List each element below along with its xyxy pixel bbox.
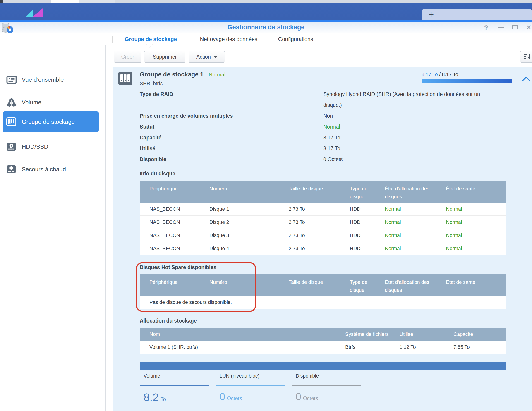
stat-number: 8.2 <box>143 391 159 403</box>
sidebar-item-volume[interactable]: Volume <box>0 96 105 109</box>
maximize-icon <box>512 25 518 29</box>
sidebar-item-secours-a-chaud[interactable]: Secours à chaud <box>0 163 105 176</box>
column-header: Périphérique <box>149 181 178 193</box>
cell-health-status: Normal <box>446 216 462 229</box>
cell-capacity: 7.85 To <box>454 341 470 354</box>
stat-value: 0Octets <box>293 391 361 402</box>
detail-value: 8.17 To <box>323 143 493 154</box>
tab-separator <box>188 36 188 43</box>
stat-underline <box>140 385 209 386</box>
sort-button[interactable] <box>520 51 532 63</box>
pool-title: Groupe de stockage 1 <box>140 71 203 78</box>
column-header: Numéro <box>209 274 227 286</box>
window-top-accent <box>0 20 532 22</box>
table-row: NAS_BECON Disque 1 2.73 To HDD Normal No… <box>140 203 506 215</box>
column-header: État d'allocation des disques <box>385 181 437 201</box>
capacity-separator: / <box>438 72 442 77</box>
cell-type: HDD <box>350 242 378 255</box>
tab-configurations[interactable]: Configurations <box>269 34 322 45</box>
sidebar-item-label: Groupe de stockage <box>22 118 75 125</box>
help-button[interactable]: ? <box>481 23 491 33</box>
window-title: Gestionnaire de stockage <box>0 24 532 31</box>
disk-info-table: Périphérique Numéro Taille de disque Typ… <box>140 181 506 255</box>
table-header: Nom Système de fichiers Utilisé Capacité <box>140 328 506 341</box>
stat-label: Volume <box>140 373 209 379</box>
column-header: Numéro <box>209 181 227 193</box>
cell-size: 2.73 To <box>289 203 305 215</box>
overview-icon <box>6 75 17 84</box>
collapse-chevron-icon[interactable] <box>522 76 530 82</box>
sidebar: Vue d’ensemble Volume Groupe de stockage… <box>0 34 106 411</box>
cell-number: Disque 1 <box>209 203 229 215</box>
hot-spare-table: Périphérique Numéro Taille de disque Typ… <box>140 274 506 309</box>
detail-value: Synology Hybrid RAID (SHR) (Avec la prot… <box>323 89 493 111</box>
column-header: État d'allocation des disques <box>385 274 437 294</box>
stat-lun: LUN (niveau bloc) 0Octets <box>216 373 285 402</box>
stat-volume: Volume 8.2To <box>140 373 209 403</box>
column-header: Capacité <box>454 328 473 341</box>
plus-icon: + <box>428 9 434 20</box>
cell-device: NAS_BECON <box>149 216 180 229</box>
minimize-button[interactable] <box>496 23 506 33</box>
stat-unit: To <box>161 396 166 402</box>
cell-filesystem: Btrfs <box>345 341 355 354</box>
minimize-icon <box>498 27 504 28</box>
cell-health-status: Normal <box>446 242 462 255</box>
delete-button[interactable]: Supprimer <box>144 51 185 63</box>
detail-row: Utilisé 8.17 To <box>140 143 493 154</box>
cell-allocation-status: Normal <box>385 229 437 242</box>
detail-label: Capacité <box>140 132 323 143</box>
cell-device: NAS_BECON <box>149 229 180 242</box>
pool-details: Type de RAID Synology Hybrid RAID (SHR) … <box>140 89 493 165</box>
column-header: État de santé <box>446 181 475 193</box>
column-header: État de santé <box>446 274 475 286</box>
cell-allocation-status: Normal <box>385 242 437 255</box>
detail-row: Type de RAID Synology Hybrid RAID (SHR) … <box>140 89 493 111</box>
hdd-icon <box>6 142 17 151</box>
action-button[interactable]: Action <box>189 51 225 63</box>
sidebar-item-hdd-ssd[interactable]: HDD/SSD <box>0 140 105 153</box>
cell-device: NAS_BECON <box>149 203 180 215</box>
cell-size: 2.73 To <box>289 216 305 229</box>
tab-bar: Groupe de stockage Nettoyage des données… <box>105 34 532 46</box>
cell-type: HDD <box>350 229 378 242</box>
pool-title-row: Groupe de stockage 1 - Normal <box>140 71 226 78</box>
table-row: NAS_BECON Disque 3 2.73 To HDD Normal No… <box>140 229 506 242</box>
cell-used: 1.12 To <box>399 341 416 354</box>
stat-number: 0 <box>296 391 301 402</box>
desktop-logo-icon <box>23 7 57 18</box>
storage-pool-icon <box>6 117 17 126</box>
new-tab-button[interactable]: + <box>421 9 532 20</box>
detail-value: 8.17 To <box>323 132 493 143</box>
table-row: NAS_BECON Disque 4 2.73 To HDD Normal No… <box>140 242 506 255</box>
column-header: Type de disque <box>350 274 378 294</box>
sidebar-item-label: Secours à chaud <box>22 166 66 173</box>
tab-nettoyage-des-donnees[interactable]: Nettoyage des données <box>190 34 267 45</box>
stat-label: LUN (niveau bloc) <box>216 373 285 379</box>
allocation-heading: Allocation du stockage <box>140 318 197 324</box>
detail-row: Statut Normal <box>140 121 493 132</box>
detail-label: Prise en charge de volumes multiples <box>140 111 323 121</box>
browser-top-strip <box>0 0 532 3</box>
cell-allocation-status: Normal <box>385 203 437 215</box>
table-body: NAS_BECON Disque 1 2.73 To HDD Normal No… <box>140 203 506 255</box>
volume-cubes-icon <box>6 98 17 107</box>
close-button[interactable]: ✕ <box>524 23 532 33</box>
sidebar-item-vue-densemble[interactable]: Vue d’ensemble <box>0 73 105 86</box>
stat-underline <box>216 385 285 386</box>
allocation-table: Nom Système de fichiers Utilisé Capacité… <box>140 328 506 354</box>
stat-value: 0Octets <box>216 391 285 402</box>
sidebar-item-groupe-de-stockage[interactable]: Groupe de stockage <box>0 115 105 128</box>
browser-strip-fragment <box>79 0 115 3</box>
cell-number: Disque 2 <box>209 216 229 229</box>
column-header: Périphérique <box>149 274 178 286</box>
maximize-button[interactable] <box>510 23 520 33</box>
create-button[interactable]: Créer <box>114 51 142 63</box>
hot-spare-heading: Disques Hot Spare disponibles <box>140 264 216 271</box>
cell-number: Disque 3 <box>209 229 229 242</box>
pool-title-dash: - <box>205 72 207 78</box>
disk-info-heading: Info du disque <box>140 171 175 177</box>
pool-subtitle: SHR, btrfs <box>140 81 162 86</box>
detail-label: Utilisé <box>140 143 323 154</box>
stat-value: 8.2To <box>140 391 209 403</box>
